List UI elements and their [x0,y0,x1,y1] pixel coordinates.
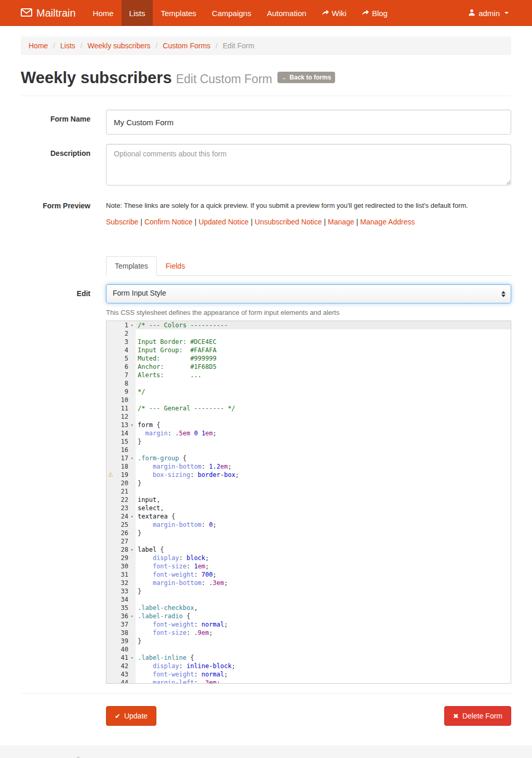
fold-arrow-icon[interactable]: ▾ [128,546,136,554]
gutter-cell: 34 [107,595,136,604]
back-to-forms-button[interactable]: ← Back to forms [277,72,335,83]
preview-link-unsubscribed-notice[interactable]: Unsubscribed Notice [255,218,322,226]
fold-arrow-icon[interactable]: ▾ [128,654,136,662]
tab-bar: Templates Fields [106,256,511,276]
code-line: 13▾form { [107,421,511,429]
warning-icon: ⚠ [108,471,113,479]
code-line-content [136,537,511,546]
code-line: ⚠19 box-sizing: border-box; [107,471,511,479]
form-name-label: Form Name [21,110,90,135]
back-arrow-icon: ← [282,74,288,81]
preview-link-subscribe[interactable]: Subscribe [106,218,138,226]
preview-link-confirm-notice[interactable]: Confirm Notice [144,218,193,226]
edit-help-text: This CSS stylesheet defines the appearan… [106,309,511,316]
breadcrumb-custom-forms[interactable]: Custom Forms [163,42,210,50]
preview-separator: | [249,218,255,226]
breadcrumb-weekly-subscribers[interactable]: Weekly subscribers [88,42,151,50]
breadcrumb-lists[interactable]: Lists [60,42,75,50]
code-line: 35.label-checkbox, [107,604,511,612]
code-line: 41▾.label-inline { [107,654,511,662]
edit-label: Edit [21,284,90,684]
code-line: 3Input Border: #DCE4EC [107,338,511,346]
gutter-cell: 14 [107,429,136,437]
line-number: 3 [107,338,128,346]
gutter-cell: 39 [107,637,136,645]
template-select-value: Form Input Style [113,289,166,297]
line-number: 33 [107,587,128,595]
code-editor[interactable]: 1▾/* --- Colors ----------23Input Border… [106,321,511,684]
code-line-content: font-weight: normal; [136,620,511,629]
gutter-cell: 15 [107,437,136,446]
tab-fields: Fields [157,256,194,276]
preview-link-manage-address[interactable]: Manage Address [360,218,415,226]
fold-arrow-icon[interactable]: ▾ [128,612,136,620]
code-line: 8 [107,379,511,388]
code-line: 14 margin: .5em 0 1em; [107,429,511,437]
line-number: 10 [107,396,128,404]
gutter-cell: 20 [107,479,136,487]
code-line-content: margin-bottom: .3em; [136,579,511,587]
check-icon: ✔ [115,712,121,720]
gutter-cell: 42 [107,662,136,670]
gutter-cell: 25 [107,521,136,529]
breadcrumb-current: Edit Form [223,42,255,50]
gutter-cell: 37 [107,620,136,629]
fold-arrow-icon[interactable]: ▾ [128,321,136,329]
fold-arrow-icon[interactable]: ▾ [128,421,136,429]
line-number: 13 [107,421,128,429]
template-select[interactable]: Form Input Style [106,284,511,303]
code-line-content: Muted: #999999 [136,354,511,363]
delete-form-button[interactable]: ✖ Delete Form [444,706,511,726]
line-number: 24 [107,512,128,521]
line-number: 39 [107,637,128,645]
code-line-content [136,379,511,388]
line-number: 34 [107,595,128,604]
code-line: 30 font-size: 1em; [107,562,511,570]
gutter-cell: 11 [107,404,136,413]
code-line-content: .label-inline { [136,654,511,662]
gutter-cell: 41▾ [107,654,136,662]
form-name-input[interactable] [106,110,511,135]
nav-item-wiki: Wiki [314,0,354,26]
preview-link-manage[interactable]: Manage [328,218,354,226]
gutter-cell: 13▾ [107,421,136,429]
nav-item-templates: Templates [153,0,204,26]
breadcrumb-home[interactable]: Home [29,42,48,50]
gutter-cell: 9 [107,388,136,396]
line-number: 9 [107,388,128,396]
gutter-cell: 35 [107,604,136,612]
line-number: 25 [107,521,128,529]
nav-item-lists: Lists [122,0,153,26]
code-line: 1▾/* --- Colors ---------- [107,321,511,329]
code-line: 12 [107,413,511,421]
caret-down-icon [504,12,509,14]
code-line-content: margin-left: .3em; [136,679,511,684]
code-line-content: margin-bottom: 1.2em; [136,462,511,471]
gutter-cell: 16 [107,446,136,454]
code-line-content: /* --- Colors ---------- [136,321,511,329]
preview-link-updated-notice[interactable]: Updated Notice [198,218,249,226]
fold-arrow-icon[interactable]: ▾ [128,454,136,462]
footer: © 2016 Kreata OÜ Mailtrain.org, info@mai… [0,746,532,758]
line-number: 44 [107,679,128,684]
brand-link[interactable]: Mailtrain [21,0,85,26]
code-line: 33} [107,587,511,595]
code-line: 16 [107,446,511,454]
form-preview-label: Form Preview [21,196,90,226]
footer-divider [21,693,511,694]
user-menu[interactable]: admin [466,9,511,18]
code-line: 6Anchor: #1F68D5 [107,363,511,371]
gutter-cell: 36▾ [107,612,136,620]
update-button[interactable]: ✔ Update [106,706,156,726]
fold-arrow-icon[interactable]: ▾ [128,512,136,521]
main-nav: Home Lists Templates Campaigns Automatio… [85,0,395,26]
code-line: 26} [107,529,511,537]
gutter-cell: 5 [107,354,136,363]
gutter-cell: 24▾ [107,512,136,521]
code-line: 42 display: inline-block; [107,662,511,670]
code-editor-rows: 1▾/* --- Colors ----------23Input Border… [107,321,511,684]
code-line-content [136,487,511,496]
code-line-content [136,413,511,421]
description-textarea[interactable] [106,144,511,185]
preview-separator: | [354,218,361,226]
